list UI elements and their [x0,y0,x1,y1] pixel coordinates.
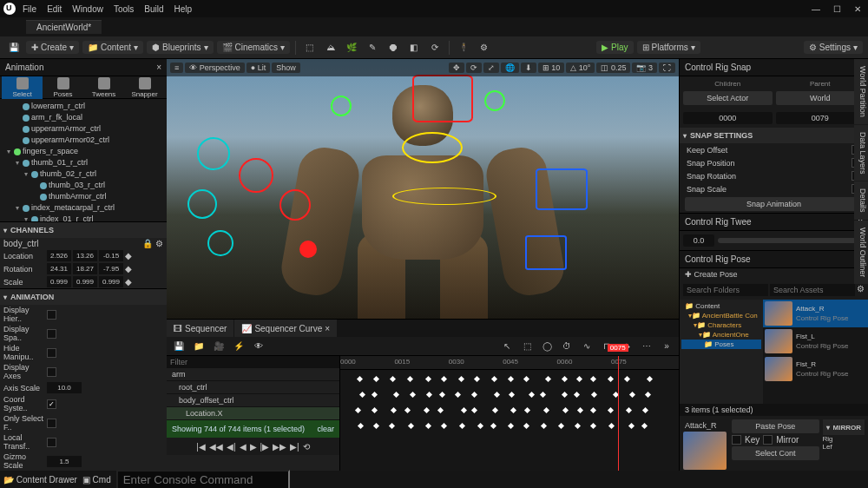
snap-surface-icon[interactable]: ⬇ [521,63,536,73]
paste-pose-button[interactable]: Paste Pose [732,419,819,433]
transport-loop-icon[interactable]: ⟲ [303,442,310,452]
rig-control[interactable] [392,188,496,205]
viewport-maximize-icon[interactable]: ⛶ [659,63,675,73]
opt-checkbox[interactable] [47,438,56,447]
playhead[interactable] [618,356,619,471]
viewport-show[interactable]: Show [272,63,300,73]
viewport-perspective[interactable]: 👁 Perspective [185,63,245,73]
search-assets-input[interactable] [770,284,855,296]
opt-checkbox[interactable] [47,399,56,409]
window-close[interactable]: ✕ [851,4,865,14]
mode-landscape-icon[interactable]: ⛰ [322,39,339,56]
menu-file[interactable]: File [23,4,36,14]
vtab-data-layers[interactable]: Data Layers [854,125,868,181]
opt-input[interactable] [47,382,82,393]
transport-stepback-icon[interactable]: ◀| [227,442,236,452]
console-input[interactable] [116,470,290,489]
vtab-world-outliner[interactable]: World Outliner [854,221,868,284]
seq-render-icon[interactable]: 🎥 [210,338,227,355]
tree-item[interactable]: ▾thumb_02_r_ctrl [0,168,167,180]
rig-control[interactable] [331,96,352,116]
create-button[interactable]: ✚ Create ▾ [26,41,79,54]
seq-marquee-icon[interactable]: ⬚ [518,338,536,355]
tween-slider[interactable] [718,238,865,243]
filter-icon[interactable]: ⚙ [857,284,865,296]
world-button[interactable]: World [776,91,865,105]
timeline[interactable]: 000000150030004500600075 [340,356,679,471]
pose-folder-tree[interactable]: 📁 Content ▾📁 AncientBattle Con ▾📁 Charac… [680,300,763,404]
mirror-checkbox[interactable] [763,435,773,445]
location-z[interactable] [99,250,123,261]
transport-next-icon[interactable]: ▶▶ [273,442,286,452]
rig-control[interactable] [197,137,230,170]
close-icon[interactable]: × [156,63,161,72]
seq-time-icon[interactable]: ⏱ [558,338,575,355]
scale-z[interactable] [99,276,123,287]
seq-actions-icon[interactable]: ⚡ [230,338,247,355]
frame-start[interactable]: 0000 [683,112,773,124]
pose-item[interactable]: Attack_RControl Rig Pose [763,300,868,327]
seq-filter-input[interactable] [167,356,339,368]
transform-scale-icon[interactable]: ⤢ [483,63,499,73]
tree-item[interactable]: arm_r_fk_local [0,112,167,123]
rig-control[interactable] [279,189,311,221]
transform-move-icon[interactable]: ✥ [449,63,464,73]
cinematics-button[interactable]: 🎬 Cinematics ▾ [217,41,290,54]
viewport-menu[interactable]: ≡ [170,63,183,73]
channels-section[interactable]: CHANNELS [0,222,167,238]
transform-rotate-icon[interactable]: ⟳ [466,63,482,73]
tree-item[interactable]: ▾index_metacarpal_r_ctrl [0,202,167,214]
snap-settings-section[interactable]: SNAP SETTINGS [680,128,868,143]
mode-tweens[interactable]: Tweens [83,76,124,99]
seq-track[interactable]: root_ctrl [167,381,339,394]
window-maximize[interactable]: ☐ [830,4,844,14]
platforms-button[interactable]: ⊞ Platforms ▾ [637,41,700,54]
scale-y[interactable] [73,276,97,287]
tree-item[interactable]: thumb_03_r_ctrl [0,180,167,191]
transport-end-icon[interactable]: ▶| [290,442,299,452]
tree-item[interactable]: thumbArmor_ctrl [0,191,167,202]
opt-checkbox[interactable] [47,348,56,358]
rotation-z[interactable] [99,263,123,274]
seq-track[interactable]: body_offset_ctrl [167,394,339,407]
menu-edit[interactable]: Edit [47,4,62,14]
location-x[interactable] [47,250,71,261]
sequencer-curve-tab[interactable]: 📈 Sequencer Curve × [234,320,337,337]
frame-end[interactable]: 0079 [776,112,865,124]
search-folders-input[interactable] [683,284,768,296]
rig-control[interactable] [412,75,473,122]
opt-checkbox[interactable] [47,329,56,339]
seq-track[interactable]: arm [167,368,339,381]
seq-lasso-icon[interactable]: ◯ [538,338,556,355]
blueprints-button[interactable]: ⬢ Blueprints ▾ [147,41,213,54]
tween-value[interactable]: 0.0 [683,234,714,247]
mode-select[interactable]: Select [2,76,43,99]
rig-control[interactable] [525,235,567,270]
mode-snapper[interactable]: Snapper [124,76,165,99]
scale-snap[interactable]: ◫ 0.25 [596,63,630,73]
rig-control[interactable] [402,132,463,163]
play-button[interactable]: ▶ Play [596,41,633,54]
seq-expand-icon[interactable]: » [658,338,675,355]
snap-animation-button[interactable]: Snap Animation [685,197,863,211]
animation-section[interactable]: ANIMATION [0,289,167,305]
seq-track[interactable]: Location.X [167,407,339,420]
opt-checkbox[interactable] [47,419,56,428]
content-button[interactable]: 📁 Content ▾ [82,41,143,54]
seq-save-icon[interactable]: 💾 [170,338,187,355]
vtab-details[interactable]: Details [854,181,868,220]
seq-clear[interactable]: clear [317,425,334,433]
menu-window[interactable]: Window [72,4,103,14]
channel-item[interactable]: body_ctrl [3,239,141,248]
transport-start-icon[interactable]: |◀ [196,442,206,452]
mode-poses[interactable]: Poses [43,76,83,99]
menu-tools[interactable]: Tools [114,4,134,14]
rotation-y[interactable] [73,263,97,274]
mode-mesh-icon[interactable]: ✎ [364,39,381,56]
mode-anim-icon[interactable]: ⟳ [426,39,444,56]
create-pose-button[interactable]: ✚ Create Pose [685,270,738,279]
sequencer-tab[interactable]: 🎞 Sequencer [167,320,233,337]
mode-rig-icon[interactable]: ⚙ [476,39,493,56]
transport-stepfwd-icon[interactable]: |▶ [260,442,270,452]
tree-item[interactable]: ▾index_01_r_ctrl [0,214,167,221]
